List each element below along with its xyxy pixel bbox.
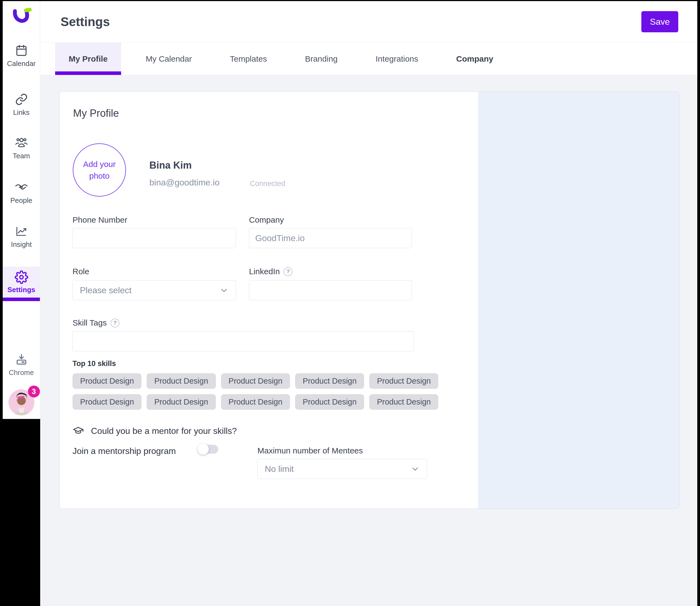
sidebar-item-chrome[interactable]: Chrome [3,353,40,377]
skill-tag[interactable]: Product Design [295,373,364,389]
links-icon [15,93,28,106]
mentor-question-row: Could you be a mentor for your skills? [72,425,237,437]
label-text: LinkedIn [249,267,280,276]
label-text: Maximun number of Mentees [257,446,363,455]
label-text: Company [249,215,284,225]
sidebar-item-settings[interactable]: Settings [3,266,40,301]
skill-tag[interactable]: Product Design [295,394,364,410]
section-title: My Profile [73,108,119,119]
phone-input[interactable] [72,228,236,248]
goodtime-logo-icon [10,6,32,25]
graduation-cap-icon [72,425,84,437]
phone-label: Phone Number [72,215,127,225]
sidebar-item-label: Settings [3,286,40,294]
chevron-down-icon [219,286,229,295]
handshake-icon [15,181,28,194]
page-title: Settings [61,15,110,29]
sidebar-item-team[interactable]: Team [3,136,40,160]
skill-tags-help-icon[interactable]: ? [111,319,119,327]
sidebar-item-calendar[interactable]: Calendar [3,44,40,68]
sidebar-item-label: Insight [3,240,40,249]
tab-integrations[interactable]: Integrations [362,43,432,75]
mentor-question: Could you be a mentor for your skills? [91,426,237,436]
linkedin-help-icon[interactable]: ? [283,267,293,276]
skill-tag[interactable]: Product Design [147,394,216,410]
top-skills-label: Top 10 skills [72,359,116,368]
tab-my-calendar[interactable]: My Calendar [132,43,205,75]
goodtime-logo [3,6,40,25]
notification-badge: 3 [28,386,40,397]
side-info-panel [478,92,679,509]
tab-label: Branding [305,54,337,64]
tab-bar: My Profile My Calendar Templates Brandin… [40,43,697,75]
select-value: No limit [265,464,294,474]
toggle-knob [198,444,209,455]
active-indicator [3,298,40,301]
sidebar-item-label: Calendar [3,60,40,68]
app-frame: Calendar Links Team [3,1,697,606]
email-status: Connected [250,180,285,188]
skill-tag-row: Product Design Product Design Product De… [72,394,438,410]
tab-label: My Calendar [145,54,192,64]
label-text: Skill Tags [72,318,107,327]
tab-branding[interactable]: Branding [291,43,351,75]
linkedin-input[interactable] [249,280,412,300]
max-mentees-select[interactable]: No limit [257,459,427,479]
mentorship-toggle[interactable] [199,445,218,454]
profile-name: Bina Kim [149,160,192,171]
chevron-down-icon [411,464,420,473]
sidebar-item-label: Team [3,152,40,160]
skill-tag[interactable]: Product Design [72,373,141,389]
max-mentees-label: Maximun number of Mentees [257,446,363,455]
sidebar: Calendar Links Team [3,1,40,419]
linkedin-label: LinkedIn ? [249,267,293,276]
select-value: Please select [80,285,132,296]
role-select[interactable]: Please select [72,280,236,300]
sidebar-item-links[interactable]: Links [3,93,40,117]
main-area: Settings Save My Profile My Calendar Tem… [40,1,697,606]
team-icon [15,136,28,149]
insight-chart-icon [15,225,28,238]
join-mentorship-label: Join a mentorship program [72,446,176,456]
skill-tag-row: Product Design Product Design Product De… [72,373,438,389]
tab-label: Company [456,54,493,64]
label-text: Phone Number [72,215,127,225]
profile-email: bina@goodtime.io [149,178,219,188]
skill-tag[interactable]: Product Design [147,373,216,389]
sidebar-item-label: Chrome [3,368,40,377]
profile-card: My Profile Add your photo Bina Kim bina@… [60,92,680,509]
skill-tag[interactable]: Product Design [221,394,290,410]
tab-label: Integrations [375,54,418,64]
sidebar-item-label: Links [3,108,40,117]
skill-tag[interactable]: Product Design [369,394,438,410]
calendar-icon [15,44,28,57]
skill-tag[interactable]: Product Design [221,373,290,389]
tab-label: My Profile [69,54,108,64]
skill-tags-input[interactable] [72,331,414,351]
sidebar-item-insight[interactable]: Insight [3,225,40,249]
company-label: Company [249,215,284,225]
company-input[interactable] [249,228,412,248]
tab-templates[interactable]: Templates [216,43,280,75]
tab-my-profile[interactable]: My Profile [55,43,121,75]
sidebar-item-label: People [3,196,40,205]
role-label: Role [72,267,89,276]
user-avatar-wrap: 3 [3,389,40,415]
tab-company[interactable]: Company [443,43,507,75]
add-photo-button[interactable]: Add your photo [73,143,126,196]
label-text: Role [72,267,89,276]
sidebar-item-people[interactable]: People [3,181,40,205]
save-button[interactable]: Save [641,11,678,32]
page-header: Settings Save [40,1,697,43]
skill-tags-label: Skill Tags ? [72,318,119,327]
settings-gear-icon [15,271,28,284]
tab-label: Templates [230,54,267,64]
skill-tag[interactable]: Product Design [369,373,438,389]
content-area: My Profile Add your photo Bina Kim bina@… [40,75,697,606]
chrome-download-icon [15,353,28,366]
avatar[interactable]: 3 [8,389,34,415]
skill-tag[interactable]: Product Design [72,394,141,410]
